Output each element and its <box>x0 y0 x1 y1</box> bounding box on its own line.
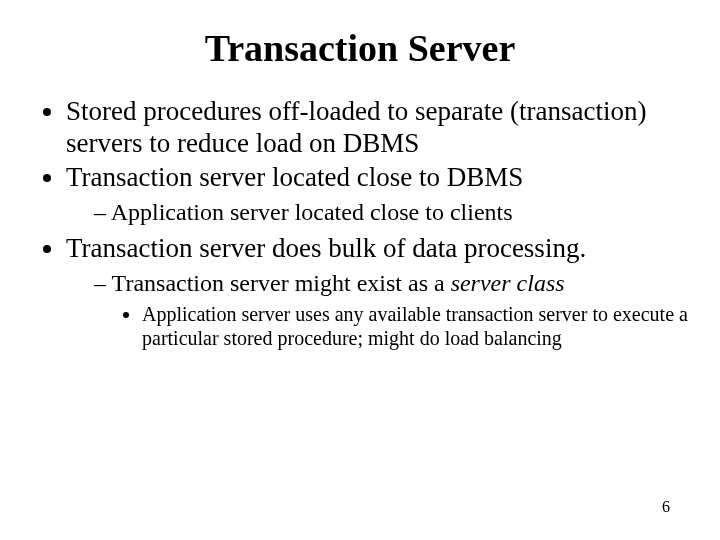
bullet-3-sub-1-text-a: Transaction server might exist as a <box>112 270 451 296</box>
bullet-2-sub-1: Application server located close to clie… <box>94 198 690 227</box>
bullet-3-sub-1-sublist: Application server uses any available tr… <box>94 302 690 351</box>
bullet-1: Stored procedures off-loaded to separate… <box>66 96 690 160</box>
slide: Transaction Server Stored procedures off… <box>0 0 720 540</box>
bullet-list: Stored procedures off-loaded to separate… <box>30 96 690 351</box>
page-number: 6 <box>662 498 670 516</box>
bullet-3: Transaction server does bulk of data pro… <box>66 233 690 351</box>
bullet-3-text: Transaction server does bulk of data pro… <box>66 233 586 263</box>
slide-title: Transaction Server <box>30 26 690 70</box>
bullet-2: Transaction server located close to DBMS… <box>66 162 690 227</box>
bullet-3-sublist: Transaction server might exist as a serv… <box>66 269 690 351</box>
bullet-3-sub-1-sub-1: Application server uses any available tr… <box>142 302 690 351</box>
bullet-3-sub-1-text-b: server class <box>451 270 565 296</box>
bullet-2-text: Transaction server located close to DBMS <box>66 162 523 192</box>
bullet-3-sub-1: Transaction server might exist as a serv… <box>94 269 690 351</box>
bullet-2-sublist: Application server located close to clie… <box>66 198 690 227</box>
